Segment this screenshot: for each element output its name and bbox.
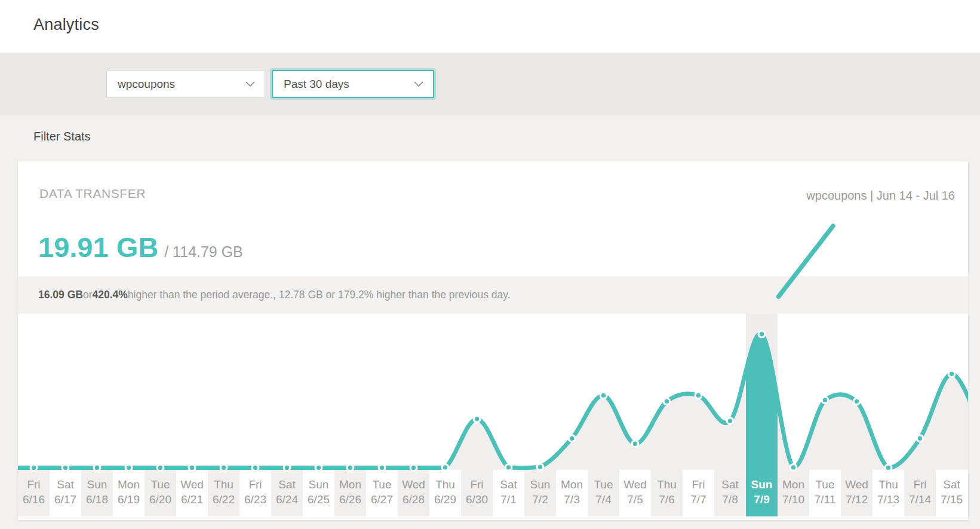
- x-axis-label: Sat7/15: [936, 470, 967, 516]
- data-point: [790, 464, 797, 471]
- x-axis-label: Fri7/14: [904, 470, 936, 516]
- page-title: Analytics: [33, 16, 99, 34]
- data-point: [157, 464, 164, 471]
- x-axis-label: Thu6/29: [429, 470, 461, 516]
- data-point: [125, 464, 132, 471]
- data-point: [727, 418, 733, 424]
- data-point: [948, 371, 955, 377]
- x-axis-label: Sat7/8: [714, 470, 746, 516]
- x-axis-label: Fri7/7: [683, 470, 714, 516]
- data-point: [758, 331, 765, 338]
- x-axis-label: Wed7/12: [841, 470, 873, 516]
- x-axis-label: Mon6/26: [334, 470, 366, 516]
- x-axis-label: Fri6/23: [239, 470, 271, 516]
- x-axis-label: Sun6/18: [81, 470, 113, 516]
- card-context: wpcoupons | Jun 14 - Jul 16: [806, 189, 955, 203]
- total-usage-value: / 114.79 GB: [164, 243, 243, 261]
- data-point: [442, 464, 448, 471]
- x-axis-label: Sat6/24: [271, 470, 303, 516]
- period-select[interactable]: Past 30 days: [272, 70, 434, 98]
- data-point: [853, 398, 860, 405]
- data-point: [410, 464, 417, 471]
- x-axis-label: Wed7/5: [619, 470, 651, 516]
- primary-usage-value: 19.91 GB: [38, 231, 158, 264]
- x-axis-label: Sun7/2: [524, 470, 556, 516]
- data-point: [284, 464, 290, 471]
- data-point: [189, 464, 195, 471]
- x-axis-label: Mon7/10: [778, 470, 809, 516]
- data-point: [663, 398, 670, 405]
- x-axis-label: Sat7/1: [493, 470, 524, 516]
- x-axis-label: Wed6/28: [398, 470, 429, 516]
- x-axis-label: Tue6/27: [366, 470, 398, 516]
- x-axis-label: Tue7/11: [809, 470, 841, 516]
- data-point: [822, 397, 828, 403]
- data-point: [505, 464, 512, 471]
- data-point: [347, 464, 354, 471]
- summary-text: 16.09 GB or 420.4% higher than the perio…: [18, 276, 968, 314]
- data-point: [30, 464, 37, 471]
- x-axis-label: Thu6/22: [208, 470, 239, 516]
- top-header: Analytics: [0, 0, 980, 53]
- transfer-chart: Fri6/16Sat6/17Sun6/18Mon6/19Tue6/20Wed6/…: [18, 314, 968, 516]
- data-transfer-card: DATA TRANSFER wpcoupons | Jun 14 - Jul 1…: [18, 161, 968, 520]
- x-axis-label: Fri6/16: [18, 470, 50, 516]
- data-transfer-plot[interactable]: [18, 314, 968, 475]
- site-select-value: wpcoupons: [107, 78, 175, 91]
- data-point: [474, 416, 480, 423]
- data-point: [220, 464, 227, 471]
- x-axis-label: Mon6/19: [113, 470, 145, 516]
- data-point: [62, 464, 69, 471]
- data-point: [315, 464, 322, 471]
- filter-bar: Filter Stats wpcoupons Past 30 days: [0, 53, 980, 115]
- x-axis-label: Fri6/30: [461, 470, 493, 516]
- data-point: [94, 464, 100, 471]
- chevron-down-icon: [245, 81, 255, 87]
- x-axis-label: Thu7/6: [651, 470, 683, 516]
- filter-stats-label: Filter Stats: [33, 130, 91, 143]
- x-axis-label: Tue7/4: [588, 470, 619, 516]
- chevron-down-icon: [414, 81, 423, 87]
- usage-figures: 19.91 GB / 114.79 GB: [38, 231, 243, 264]
- x-axis-label: Mon7/3: [556, 470, 588, 516]
- data-point: [252, 464, 259, 471]
- data-point: [917, 435, 923, 442]
- data-point: [695, 392, 702, 399]
- site-select[interactable]: wpcoupons: [106, 70, 265, 98]
- x-axis-labels: Fri6/16Sat6/17Sun6/18Mon6/19Tue6/20Wed6/…: [18, 470, 968, 516]
- x-axis-label: Wed6/21: [176, 470, 208, 516]
- data-point: [600, 392, 607, 399]
- x-axis-label: Sat6/17: [50, 470, 81, 516]
- x-axis-label: Tue6/20: [145, 470, 176, 516]
- data-point: [569, 435, 575, 442]
- x-axis-label-highlighted: Sun7/9: [746, 470, 778, 516]
- data-point: [379, 464, 385, 471]
- card-title: DATA TRANSFER: [39, 186, 146, 201]
- x-axis-label: Sun6/25: [303, 470, 334, 516]
- period-select-value: Past 30 days: [273, 78, 349, 91]
- data-point: [885, 464, 892, 471]
- data-point: [537, 464, 543, 470]
- x-axis-label: Thu7/13: [873, 470, 904, 516]
- data-point: [632, 441, 638, 447]
